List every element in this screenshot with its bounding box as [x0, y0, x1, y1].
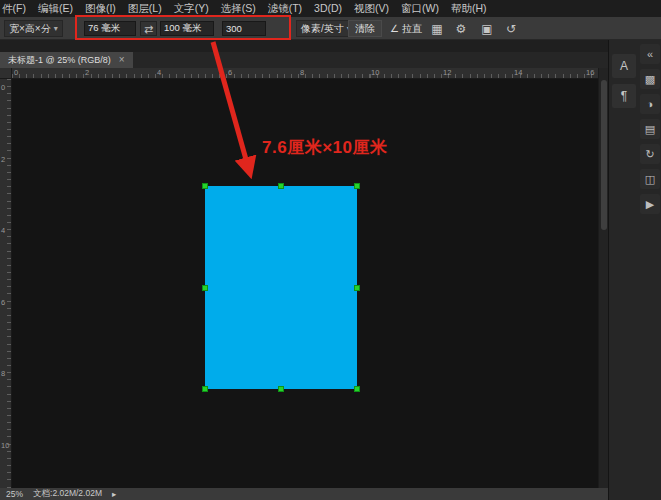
crop-handle-bottom-left[interactable] [202, 386, 208, 392]
status-bar: 25% 文档:2.02M/2.02M ▸ [0, 488, 608, 500]
crop-preset-dropdown[interactable]: 宽×高×分 ▾ [4, 20, 63, 37]
crop-handle-top-center[interactable] [278, 183, 284, 189]
straighten-label: 拉直 [402, 22, 422, 36]
ruler-origin-corner[interactable] [0, 68, 12, 79]
ruler-label: 8 [300, 68, 304, 77]
close-icon[interactable]: × [119, 55, 125, 65]
resolution-unit-dropdown[interactable]: 像素/英寸 ▾ [296, 20, 356, 37]
crop-preset-label: 宽×高×分 [9, 22, 51, 36]
overlay-options-icon[interactable]: ▦ [428, 20, 446, 37]
paragraph-panel-icon[interactable]: ¶ [612, 84, 636, 108]
ruler-label: 6 [1, 298, 5, 307]
annotation-size-label: 7.6厘米×10厘米 [262, 136, 387, 159]
collapse-panels-icon[interactable]: « [640, 44, 660, 64]
gear-icon[interactable]: ⚙ [452, 20, 470, 37]
ruler-label: 2 [85, 68, 89, 77]
menu-window[interactable]: 窗口(W) [395, 0, 445, 17]
crop-handle-top-left[interactable] [202, 183, 208, 189]
adjustments-panel-icon[interactable]: ◑ [640, 94, 660, 114]
ruler-label: 0 [1, 83, 5, 92]
photoshop-window: 件(F) 编辑(E) 图像(I) 图层(L) 文字(Y) 选择(S) 滤镜(T)… [0, 0, 661, 500]
ruler-label: 10 [1, 441, 9, 450]
panel-strip-outer: « ▩ ◑ ▤ ↻ ◫ ▶ [640, 44, 660, 214]
swatches-panel-icon[interactable]: ▩ [640, 69, 660, 89]
document-tab-bar: 未标题-1 @ 25% (RGB/8) × [0, 52, 608, 68]
menu-edit[interactable]: 编辑(E) [32, 0, 79, 17]
scrollbar-thumb[interactable] [601, 80, 607, 230]
crop-handle-bottom-right[interactable] [354, 386, 360, 392]
chevron-down-icon: ▾ [54, 24, 58, 33]
workspace-gap [0, 40, 608, 52]
crop-options-icon[interactable]: ▣ [478, 20, 496, 37]
ruler-label: 4 [1, 226, 5, 235]
menu-view[interactable]: 视图(V) [348, 0, 395, 17]
crop-handle-middle-left[interactable] [202, 285, 208, 291]
layers-panel-icon[interactable]: ◫ [640, 169, 660, 189]
crop-handle-top-right[interactable] [354, 183, 360, 189]
annotation-highlight-box [75, 15, 291, 40]
ruler-label: 4 [157, 68, 161, 77]
crop-rectangle[interactable] [205, 186, 357, 389]
document-tab-title: 未标题-1 @ 25% (RGB/8) [8, 54, 111, 67]
menu-3d[interactable]: 3D(D) [308, 0, 348, 17]
crop-handle-bottom-center[interactable] [278, 386, 284, 392]
panel-strip-inner: A ¶ [612, 54, 636, 108]
ruler-label: 10 [371, 68, 379, 77]
ruler-label: 0 [14, 68, 18, 77]
vertical-scrollbar[interactable] [598, 68, 608, 488]
document-tab[interactable]: 未标题-1 @ 25% (RGB/8) × [0, 52, 133, 68]
history-panel-icon[interactable]: ↻ [640, 144, 660, 164]
libraries-panel-icon[interactable]: ▤ [640, 119, 660, 139]
status-menu-arrow[interactable]: ▸ [112, 489, 116, 499]
actions-panel-icon[interactable]: ▶ [640, 194, 660, 214]
vertical-ruler[interactable]: 0 2 4 6 8 10 [0, 79, 12, 488]
crop-handle-middle-right[interactable] [354, 285, 360, 291]
ruler-label: 16 [586, 68, 594, 77]
menu-file[interactable]: 件(F) [0, 0, 32, 17]
reset-icon[interactable]: ↺ [502, 20, 520, 37]
ruler-label: 8 [1, 369, 5, 378]
ruler-label: 6 [228, 68, 232, 77]
panel-dock: A ¶ « ▩ ◑ ▤ ↻ ◫ ▶ [608, 40, 661, 500]
resolution-unit-label: 像素/英寸 [301, 22, 344, 36]
straighten-button[interactable]: ∠ 拉直 [386, 20, 426, 37]
horizontal-ruler[interactable]: 0 2 4 6 8 10 12 14 16 [12, 68, 598, 79]
menu-help[interactable]: 帮助(H) [445, 0, 493, 17]
ruler-label: 14 [514, 68, 522, 77]
zoom-level[interactable]: 25% [6, 489, 23, 499]
character-panel-icon[interactable]: A [612, 54, 636, 78]
clear-button[interactable]: 清除 [348, 20, 382, 37]
document-size-info: 文档:2.02M/2.02M [33, 488, 102, 500]
ruler-label: 12 [443, 68, 451, 77]
ruler-label: 2 [1, 155, 5, 164]
straighten-icon: ∠ [390, 23, 399, 34]
